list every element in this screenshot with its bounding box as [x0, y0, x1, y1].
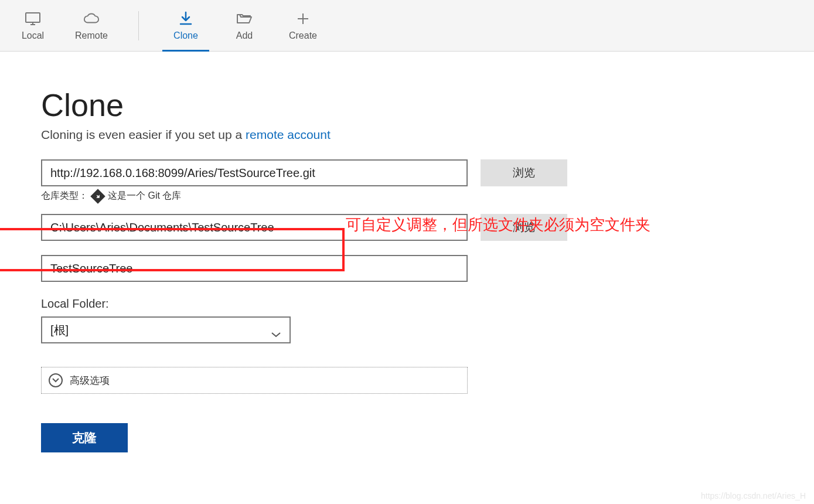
main-content: Clone Cloning is even easier if you set …	[0, 52, 814, 452]
plus-icon	[295, 11, 311, 27]
remote-account-link[interactable]: remote account	[246, 128, 331, 141]
tab-label: Remote	[75, 30, 108, 41]
page-title: Clone	[41, 87, 814, 123]
git-icon	[90, 189, 105, 203]
monitor-icon	[25, 11, 41, 27]
clone-button[interactable]: 克隆	[41, 423, 128, 452]
chevron-down-icon	[271, 327, 281, 333]
local-folder-label: Local Folder:	[41, 297, 814, 311]
page-subtitle: Cloning is even easier if you set up a r…	[41, 128, 814, 142]
tab-clone[interactable]: Clone	[156, 0, 215, 52]
tab-create[interactable]: Create	[274, 0, 332, 52]
cloud-icon	[83, 11, 100, 27]
local-folder-select[interactable]: [根]	[41, 316, 291, 343]
local-folder-value: [根]	[50, 322, 69, 338]
repo-type-label: 仓库类型：	[41, 190, 88, 202]
advanced-label: 高级选项	[70, 374, 110, 387]
tab-remote[interactable]: Remote	[62, 0, 121, 52]
source-url-input[interactable]	[41, 159, 468, 186]
repo-type-row: 仓库类型： 这是一个 Git 仓库	[41, 190, 814, 202]
advanced-options-toggle[interactable]: 高级选项	[41, 367, 468, 394]
folder-open-icon	[236, 11, 253, 27]
tab-label: Local	[22, 30, 44, 41]
download-icon	[178, 11, 194, 27]
toolbar-divider	[138, 11, 139, 40]
tab-label: Add	[236, 30, 253, 41]
watermark: https://blog.csdn.net/Aries_H	[701, 491, 806, 500]
tab-local[interactable]: Local	[4, 0, 62, 52]
name-input[interactable]	[41, 255, 468, 282]
annotation-text: 可自定义调整，但所选文件夹必须为空文件夹	[346, 214, 650, 235]
browse-source-button[interactable]: 浏览	[481, 159, 567, 186]
tab-label: Clone	[173, 30, 198, 41]
repo-type-value: 这是一个 Git 仓库	[108, 190, 181, 202]
tab-label: Create	[289, 30, 317, 41]
toolbar: Local Remote Clone Add Create	[0, 0, 814, 52]
chevron-down-circle-icon	[49, 373, 63, 387]
svg-rect-0	[26, 13, 40, 22]
tab-add[interactable]: Add	[215, 0, 274, 52]
